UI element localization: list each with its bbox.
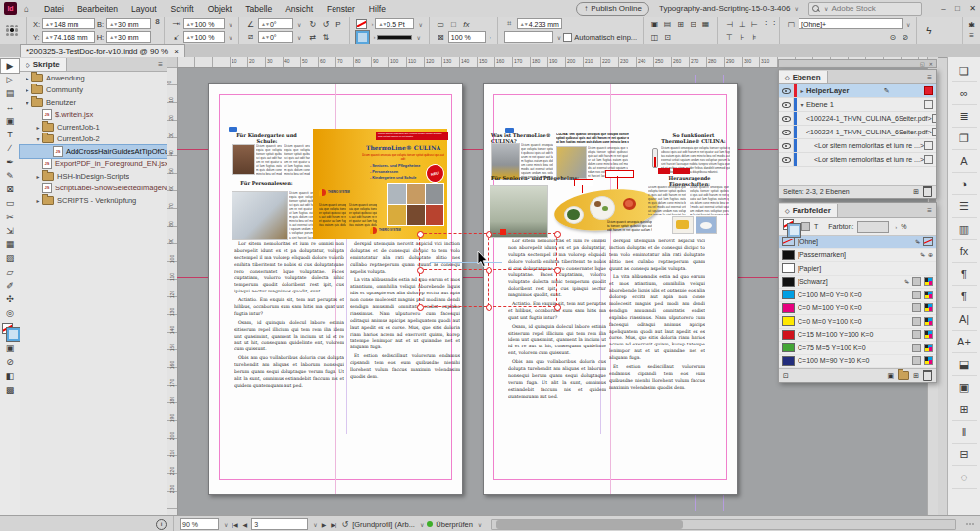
- last-page-button[interactable]: ▶|: [330, 521, 337, 528]
- eye-icon[interactable]: [782, 100, 791, 109]
- tool-option-0[interactable]: ▣: [1, 342, 19, 355]
- gradient-panel-icon[interactable]: ▥: [952, 218, 977, 240]
- tool-option-1[interactable]: ⊘: [1, 355, 19, 369]
- align-center-button[interactable]: ⊥: [737, 20, 748, 28]
- menu-layout[interactable]: Layout: [125, 4, 164, 14]
- text-wrap-panel-icon[interactable]: ⬓: [952, 353, 977, 376]
- menu-datei[interactable]: Datei: [37, 4, 71, 14]
- formatting-text-icon[interactable]: T: [814, 223, 818, 230]
- layer-row[interactable]: ▾Ebene 1: [779, 98, 936, 112]
- zoom-tool[interactable]: ◎: [1, 306, 19, 320]
- window-restore-button[interactable]: □: [951, 2, 965, 15]
- brochure-cover[interactable]: Ucium quaecti onsequia que volupta tions…: [313, 129, 447, 239]
- formatting-container-icon[interactable]: [801, 222, 810, 231]
- preflight-profile-dropdown[interactable]: [Grundprofil] (Arb...: [352, 520, 415, 529]
- panel-menu-icon[interactable]: ≡: [927, 73, 932, 81]
- guide-handle[interactable]: [554, 304, 561, 311]
- corner-radius-field[interactable]: ▲▼4.233 mm: [517, 18, 562, 29]
- spread-left[interactable]: Für Kindergarten und Schule: Ucium quaec…: [208, 83, 463, 495]
- center-content-button[interactable]: ⊞: [675, 20, 686, 28]
- eyedropper-tool[interactable]: ✐: [1, 279, 19, 292]
- script-folder-benutzer[interactable]: ▾Benutzer: [20, 96, 167, 109]
- select-target-icon[interactable]: ⋮⋮: [762, 20, 773, 28]
- tab-close-icon[interactable]: ×: [174, 47, 179, 56]
- horizontal-scrollbar[interactable]: [491, 519, 956, 530]
- width-field[interactable]: ▲▼30 mm: [106, 18, 151, 29]
- direct-selection-tool[interactable]: ▷: [1, 73, 19, 86]
- tree-arrow-icon[interactable]: ▾: [24, 99, 31, 106]
- clear-overrides-icon[interactable]: ⊘: [900, 33, 910, 42]
- script-folder-anwendung[interactable]: ▸Anwendung: [20, 72, 167, 84]
- wrap-bounding-button[interactable]: ⊡: [662, 33, 673, 42]
- swatch-row[interactable]: [Ohne]✎̶: [779, 236, 936, 249]
- guide-handle[interactable]: [417, 267, 424, 274]
- corner-options-icon[interactable]: ⌗: [504, 19, 515, 28]
- align-left-button[interactable]: ⊣: [724, 20, 735, 28]
- flip-horizontal-button[interactable]: ⇄: [307, 33, 318, 42]
- distribute-center-button[interactable]: ⊦: [737, 33, 748, 42]
- layer-proxy-square[interactable]: [932, 128, 936, 136]
- tree-arrow-icon[interactable]: ▸: [34, 124, 42, 131]
- layer-row[interactable]: <100224-1_THVN_CULINA_6Seiter.pdf>: [779, 112, 936, 126]
- gap-tool[interactable]: ↔: [1, 100, 19, 114]
- script-folder-currentjob-2[interactable]: ▾CurrentJob-2: [20, 133, 167, 146]
- swatch-row[interactable]: [Schwarz]✎̶: [779, 276, 936, 290]
- body-text-column[interactable]: derspid utemquia nerovit aspicid vici in…: [609, 239, 705, 432]
- script-item--writeln-jsx[interactable]: JS$.writeln.jsx: [20, 109, 167, 122]
- line-tool[interactable]: ∕: [1, 141, 19, 155]
- fill-stroke-proxy[interactable]: [2, 323, 18, 339]
- menu-bearbeiten[interactable]: Bearbeiten: [71, 4, 125, 14]
- opacity-field[interactable]: 100 %: [448, 31, 486, 43]
- x-field[interactable]: ▲▼148 mm: [42, 18, 95, 29]
- eye-icon[interactable]: [782, 86, 791, 95]
- script-folder-currentjob-1[interactable]: ▸CurrentJob-1: [20, 121, 167, 133]
- drop-shadow-icon[interactable]: ▭: [436, 20, 446, 28]
- panel-menu-icon[interactable]: ≡: [158, 60, 163, 69]
- arrange-panel-icon[interactable]: ⊟: [952, 444, 977, 466]
- guide-anchor-square[interactable]: [500, 229, 506, 235]
- swatch-views-button[interactable]: ⊡: [783, 372, 789, 380]
- fit-proportionally-button[interactable]: ⊟: [688, 20, 698, 28]
- resize-grip[interactable]: [966, 523, 974, 525]
- layer-row[interactable]: <Lor sitem nemoloritas et ium re ...>: [779, 139, 936, 153]
- new-group-folder-button[interactable]: [898, 371, 909, 380]
- stroke-color-swatch[interactable]: [7, 328, 20, 341]
- new-color-group-button[interactable]: ▣: [888, 372, 895, 380]
- content-collector-tool[interactable]: ▣: [1, 114, 19, 128]
- hand-tool[interactable]: ✣: [1, 292, 19, 306]
- delete-layer-button[interactable]: [923, 186, 932, 197]
- workspace-switcher[interactable]: Typography-and-Scripting-15-0-3-406 ∨: [659, 4, 799, 13]
- fill-frame-button[interactable]: ▦: [700, 20, 711, 28]
- panel-collapse-icon[interactable]: ◇: [785, 74, 790, 80]
- first-page-button[interactable]: |◀: [231, 521, 238, 528]
- home-icon[interactable]: ⌂: [24, 3, 29, 14]
- swatch-row[interactable]: C=15 M=100 Y=100 K=0: [779, 329, 936, 343]
- pages2-panel-icon[interactable]: ⊞: [952, 398, 977, 421]
- swatch-row[interactable]: C=100 M=0 Y=0 K=0: [779, 289, 936, 302]
- pencil-tool[interactable]: ✎: [1, 169, 19, 183]
- character-panel-icon[interactable]: A|: [952, 308, 977, 331]
- swatch-row[interactable]: [Papier]: [779, 262, 936, 276]
- eye-icon[interactable]: [782, 141, 791, 150]
- rotate-ccw-button[interactable]: ↺: [320, 20, 331, 28]
- guide-handle[interactable]: [554, 231, 561, 238]
- layer-proxy-square[interactable]: [932, 114, 936, 123]
- publish-online-button[interactable]: ↑ Publish Online: [576, 2, 649, 16]
- layer-proxy-square[interactable]: [924, 100, 933, 109]
- y-field[interactable]: ▲▼74.168 mm: [42, 31, 95, 43]
- glyphs-panel-icon[interactable]: A: [952, 150, 977, 173]
- align-panel-icon[interactable]: ‖: [952, 421, 977, 444]
- script-folder-community[interactable]: ▸Community: [20, 84, 167, 97]
- stroke-weight-field[interactable]: ▲▼0.5 Pt: [375, 18, 414, 29]
- guide-handle[interactable]: [554, 267, 561, 274]
- strokes-panel-icon[interactable]: ☰: [952, 195, 977, 218]
- effects-panel-icon[interactable]: ◑: [952, 173, 977, 195]
- object-styles-panel-icon[interactable]: ▣: [952, 376, 977, 398]
- script-folder-scripts-verkn-pfung[interactable]: ▸SCRIPTS - Verknüpfung: [20, 194, 167, 207]
- free-transform-tool[interactable]: ⇲: [1, 224, 19, 238]
- rectangle-tool[interactable]: ▭: [1, 196, 19, 210]
- new-layer-button[interactable]: ⊞: [913, 188, 919, 196]
- type-tool[interactable]: T: [1, 128, 19, 141]
- eye-icon[interactable]: [782, 128, 791, 136]
- flip-vertical-button[interactable]: ⇅: [320, 33, 331, 42]
